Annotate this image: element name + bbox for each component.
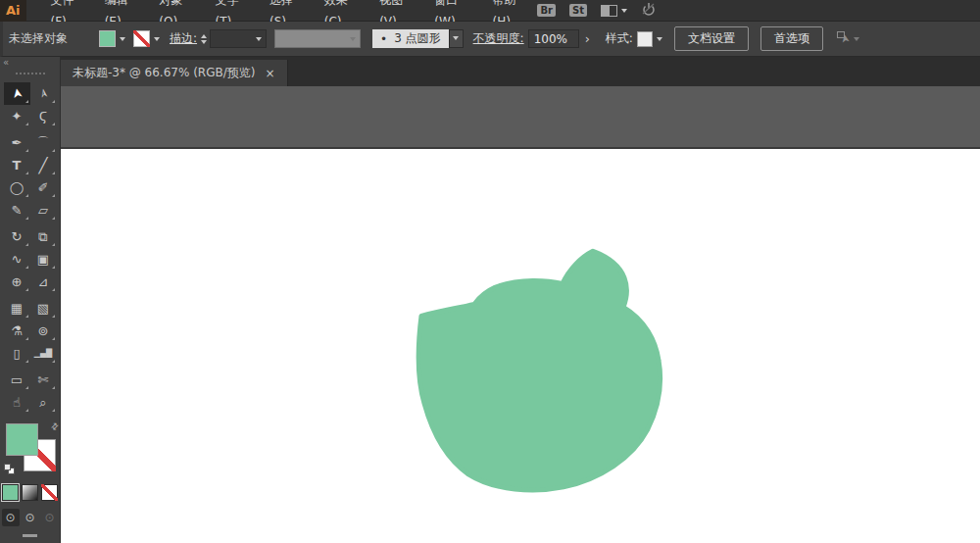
edit-toolbar-button[interactable] [23,534,37,537]
artboard-canvas[interactable] [61,149,980,543]
brush-name: 3 点圆形 [394,30,440,47]
document-tab-title: 未标题-3* @ 66.67% (RGB/预览) [73,65,255,81]
hand-tool[interactable]: ☝ [4,391,30,414]
draw-behind-mode[interactable]: ⊙ [22,509,39,526]
fill-proxy-swatch[interactable] [6,423,38,456]
magic-wand-tool[interactable]: ✦ [4,105,30,127]
stroke-weight-stepper[interactable] [201,31,207,47]
eraser-tool[interactable]: ▱ [30,199,57,222]
cat-head-shape[interactable] [418,251,661,490]
menu-bar: Ai 文件(F) 编辑(E) 对象(O) 文字(T) 选择(S) 效果(C) 视… [0,0,980,22]
width-profile-dropdown [274,29,361,48]
eyedropper-tool[interactable]: ⚗ [4,320,30,342]
stroke-color-control[interactable] [133,30,160,47]
type-tool[interactable]: T [4,154,30,176]
toolbar-grip[interactable] [16,73,45,76]
chevron-down-icon [154,37,160,44]
stroke-panel-link[interactable]: 描边: [170,30,197,47]
document-area: 未标题-3* @ 66.67% (RGB/预览) × [61,57,980,543]
curvature-tool[interactable]: ⌒ [30,131,57,154]
zoom-tool[interactable]: ⌕ [30,391,57,414]
canvas-svg [61,149,980,543]
none-button[interactable] [41,484,58,501]
drawing-mode-buttons: ⊙ ⊙ ⊙ [2,509,59,526]
brush-definition-field[interactable]: • 3 点圆形 [372,29,449,48]
opacity-input[interactable]: 100% [528,29,579,48]
control-bar: 未选择对象 描边: • 3 点圆形 [0,22,980,57]
preferences-button[interactable]: 首选项 [760,26,823,51]
symbol-sprayer-tool[interactable]: ▯ [4,342,30,365]
line-segment-tool[interactable]: ╱ [30,154,57,176]
gradient-button[interactable] [22,484,38,501]
slice-tool[interactable]: ✄ [30,369,57,391]
gradient-tool[interactable]: ▧ [30,297,57,320]
bridge-button[interactable]: Br [537,4,556,17]
color-mode-buttons [2,484,58,501]
chevron-down-icon [657,37,662,44]
opacity-expand-button[interactable]: › [579,31,596,46]
document-setup-button[interactable]: 文档设置 [674,26,749,51]
artboard-tool[interactable]: ▭ [4,369,30,391]
illustrator-window: Ai 文件(F) 编辑(E) 对象(O) 文字(T) 选择(S) 效果(C) 视… [0,0,980,543]
pen-tool[interactable]: ✒ [4,131,30,154]
draw-normal-mode[interactable]: ⊙ [2,509,20,526]
brush-dropdown-button[interactable] [449,29,464,48]
select-similar-cursor-icon: ➤ [838,33,852,44]
stroke-none-swatch-icon [133,30,150,47]
opacity-panel-link[interactable]: 不透明度: [473,30,524,47]
workspace-layout-icon [601,5,617,17]
style-dropdown[interactable] [637,31,662,47]
rotate-tool[interactable]: ↻ [4,225,30,248]
chevron-down-icon [256,37,262,44]
width-tool[interactable]: ∿ [4,248,30,271]
select-similar-control: ➤ [837,32,859,45]
mesh-tool[interactable]: ▦ [4,297,30,320]
toolbar-collapse-button[interactable]: « [0,57,60,71]
tools-grid: ➤ ➢ ✦ Ϛ ✒ ⌒ T ╱ ◯ ✐ ✎ ▱ ↻ ⧉ ∿ ▣ ⊕ ⊿ ▦ ▧ [4,82,57,414]
pencil-tool[interactable]: ✎ [4,199,30,222]
close-tab-icon[interactable]: × [265,67,274,80]
document-tab[interactable]: 未标题-3* @ 66.67% (RGB/预览) × [61,60,288,86]
ellipse-tool[interactable]: ◯ [4,176,30,199]
perspective-grid-tool[interactable]: ⊿ [30,271,57,293]
shape-builder-tool[interactable]: ⊕ [4,271,30,293]
chevron-down-icon [453,36,459,43]
blend-tool[interactable]: ⊚ [30,320,57,342]
lasso-tool[interactable]: Ϛ [30,105,57,127]
column-graph-tool[interactable]: ▁▄█ [30,342,57,365]
swap-fill-stroke-icon[interactable]: ⇄ [49,420,61,432]
workspace-switcher[interactable] [601,5,627,17]
style-swatch-icon [637,31,653,47]
pasteboard [61,86,980,149]
stroke-weight-dropdown[interactable] [210,29,267,48]
chevron-down-icon [854,37,859,44]
sync-disabled-icon[interactable] [641,1,657,20]
document-tab-bar: 未标题-3* @ 66.67% (RGB/预览) × [61,57,980,86]
free-transform-tool[interactable]: ▣ [30,248,57,271]
fill-color-control[interactable] [99,30,125,47]
stepper-up-icon [201,31,207,38]
chevron-down-icon [120,37,125,44]
chevron-down-icon [621,9,627,16]
stock-button[interactable]: St [569,4,587,17]
paintbrush-tool[interactable]: ✐ [30,176,57,199]
fill-stroke-proxy: ⇄ [2,423,59,474]
brush-preview-icon: • [380,32,387,46]
scale-tool[interactable]: ⧉ [30,225,57,248]
draw-inside-mode: ⊙ [41,509,59,526]
tools-panel: « ➤ ➢ ✦ Ϛ ✒ ⌒ T ╱ ◯ ✐ ✎ ▱ ↻ ⧉ ∿ ▣ ⊕ ⊿ [0,57,61,543]
chevron-down-icon [350,37,356,44]
selection-status: 未选择对象 [9,30,99,47]
color-button[interactable] [2,484,19,501]
app-logo: Ai [0,0,26,22]
fill-swatch-icon [99,30,116,47]
default-fill-stroke-icon[interactable] [4,464,15,474]
direct-selection-tool[interactable]: ➢ [30,82,57,105]
style-label: 样式: [606,30,633,47]
selection-tool[interactable]: ➤ [4,82,30,105]
stepper-down-icon [201,40,207,47]
